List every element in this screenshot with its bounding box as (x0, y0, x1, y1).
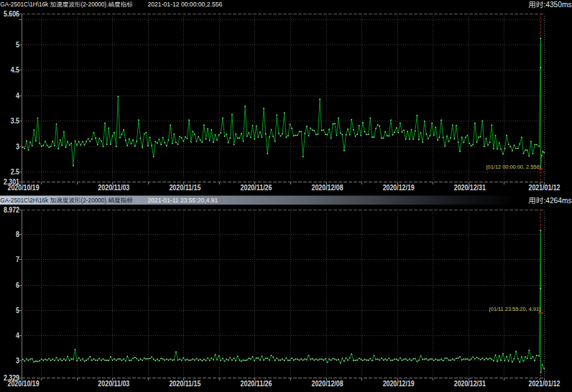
svg-text:2020/12/08: 2020/12/08 (312, 184, 343, 192)
svg-text:2020/11/15: 2020/11/15 (169, 380, 200, 388)
svg-text:2020/10/19: 2020/10/19 (8, 184, 40, 192)
svg-text:2020/12/19: 2020/12/19 (383, 380, 415, 388)
svg-text:2020/11/26: 2020/11/26 (241, 380, 272, 388)
svg-text:3: 3 (16, 143, 19, 151)
svg-text:4: 4 (16, 92, 19, 100)
svg-text:8: 8 (16, 230, 19, 238)
svg-text:2021-01-11 23:55:20,4.91: 2021-01-11 23:55:20,4.91 (148, 197, 218, 204)
svg-text:2021/01/12: 2021/01/12 (529, 380, 561, 388)
svg-text:4.5: 4.5 (11, 66, 19, 74)
svg-text:2021/01/12: 2021/01/12 (529, 184, 561, 192)
svg-text:5: 5 (16, 41, 19, 49)
svg-text:5.606: 5.606 (4, 10, 19, 18)
svg-text:2021-01-12 00:00:00,2.556: 2021-01-12 00:00:00,2.556 (148, 1, 223, 8)
svg-text:(01/11 23:55:20, 4.91): (01/11 23:55:20, 4.91) (489, 306, 540, 312)
svg-text:8.972: 8.972 (4, 206, 19, 214)
svg-text:7: 7 (16, 256, 19, 263)
svg-text:2020/11/03: 2020/11/03 (98, 380, 129, 388)
svg-text:2.5: 2.5 (11, 168, 19, 176)
svg-text:(01/12 00:00:00, 2.556): (01/12 00:00:00, 2.556) (486, 164, 541, 170)
svg-text:3: 3 (16, 357, 19, 365)
svg-text:2020/11/26: 2020/11/26 (241, 184, 272, 192)
svg-text:2020/11/03: 2020/11/03 (98, 184, 129, 192)
svg-text:2020/11/15: 2020/11/15 (169, 184, 200, 192)
svg-text:6: 6 (16, 281, 19, 289)
svg-text:2020/10/19: 2020/10/19 (8, 380, 40, 388)
svg-text:2020/12/31: 2020/12/31 (454, 184, 486, 192)
svg-text:2020/12/19: 2020/12/19 (383, 184, 415, 192)
svg-text:2020/12/08: 2020/12/08 (312, 380, 343, 388)
svg-text:(2-20000).: (2-20000). (81, 197, 109, 204)
svg-text::4264ms: :4264ms (543, 196, 572, 205)
svg-text:3.5: 3.5 (11, 117, 19, 125)
svg-text:5: 5 (16, 307, 19, 314)
svg-text:(2-20000).: (2-20000). (81, 1, 109, 8)
svg-text:GA-2501C\2H\16k: GA-2501C\2H\16k (0, 197, 49, 204)
svg-text:4: 4 (16, 332, 19, 340)
svg-text:2020/12/31: 2020/12/31 (454, 380, 486, 388)
svg-text:GA-2501C\1H\16k: GA-2501C\1H\16k (0, 1, 49, 8)
svg-text::4350ms: :4350ms (543, 0, 572, 9)
